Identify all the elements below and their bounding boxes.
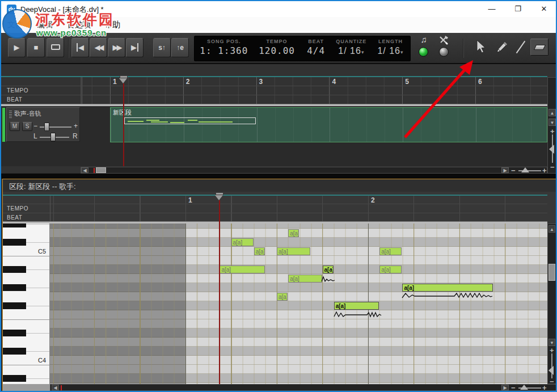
- black-key[interactable]: [3, 239, 26, 246]
- loop-icon: [51, 44, 60, 50]
- preview-note-bar: [151, 121, 168, 123]
- note-C5[interactable]: a[a]: [254, 247, 265, 255]
- key-label-C4: C4: [29, 357, 46, 364]
- v-zoom-thumb[interactable]: [548, 366, 554, 375]
- scroll-up-button[interactable]: ▲: [548, 225, 555, 233]
- black-key[interactable]: [3, 348, 26, 355]
- scroll-right-button[interactable]: ▶: [501, 385, 509, 390]
- volume-minus-label: −: [33, 122, 37, 130]
- watermark-site-url: www.pc0359.cn: [36, 28, 107, 37]
- quantize-display[interactable]: QUANTIZE 1/ 16▾: [332, 36, 371, 61]
- play-button[interactable]: ▶: [8, 38, 26, 57]
- h-zoom-thumb[interactable]: [521, 167, 529, 172]
- skip-to-start-button[interactable]: ◀: [71, 38, 89, 57]
- rewind-button[interactable]: ◀◀: [90, 38, 107, 57]
- loop-button[interactable]: [47, 38, 64, 57]
- set-start-marker-button[interactable]: s↑: [153, 38, 171, 57]
- piano-playhead-marker-tip[interactable]: [215, 195, 223, 200]
- v-zoom-out-button[interactable]: −: [550, 165, 555, 170]
- close-button[interactable]: ✕: [531, 1, 557, 17]
- piano-roll-grid[interactable]: a[a]a[a]a[a]a[a]a[a]a[a]a[a]a[a]a[a]a[a]…: [50, 224, 547, 384]
- note-A#4[interactable]: a[a]: [220, 265, 265, 273]
- zoom-out-button[interactable]: −: [511, 385, 516, 391]
- pan-slider-thumb[interactable]: [50, 133, 56, 141]
- v-scroll-thumb[interactable]: [548, 264, 555, 281]
- pencil-tool[interactable]: [495, 41, 508, 56]
- note-A4[interactable]: a[a]: [288, 275, 322, 283]
- beat-display: BEAT 4/4: [301, 36, 332, 61]
- length-label: LENGTH: [371, 39, 410, 44]
- scroll-down-button[interactable]: ▼: [548, 119, 556, 126]
- h-scroll-thumb[interactable]: [96, 167, 106, 173]
- v-zoom-out-button[interactable]: −: [550, 379, 554, 385]
- pitch-curve[interactable]: [322, 275, 335, 284]
- track-name[interactable]: 歌声-音轨: [14, 109, 41, 118]
- keys-footer: [3, 384, 50, 391]
- black-key[interactable]: [3, 266, 26, 273]
- quantize-dropdown-caret[interactable]: ▾: [361, 49, 365, 55]
- toolbar-separator-1: [68, 39, 69, 58]
- scroll-up-button[interactable]: ▲: [548, 109, 556, 116]
- note-A#4[interactable]: a[a]: [379, 265, 402, 273]
- track-header[interactable]: 歌声-音轨 M S − + L R: [6, 107, 80, 142]
- note-G4[interactable]: a[a]: [277, 293, 288, 301]
- scroll-left-button[interactable]: ◀: [52, 385, 59, 390]
- song-pos-value: 1: 1:360: [195, 45, 254, 56]
- line-tool[interactable]: [516, 41, 526, 53]
- ruler-divider: [81, 77, 81, 104]
- preview-note-bar: [170, 122, 184, 123]
- set-end-marker-button[interactable]: ↑e: [171, 38, 189, 57]
- note-F#4[interactable]: a[a]: [334, 302, 379, 310]
- zoom-in-button[interactable]: +: [542, 168, 547, 174]
- piano-v-scrollbar[interactable]: ▲ ▼ + −: [547, 224, 556, 384]
- beat-label: BEAT: [301, 39, 332, 44]
- zoom-out-button[interactable]: −: [511, 168, 516, 174]
- fast-forward-button[interactable]: ▶▶: [108, 38, 125, 57]
- grid-bar-line: [185, 224, 186, 384]
- pitch-curve[interactable]: [401, 290, 493, 300]
- piano-keyboard[interactable]: C5C4: [3, 224, 50, 384]
- v-zoom-in-button[interactable]: +: [550, 348, 554, 353]
- watermark-site-name: 河东软件园: [35, 10, 115, 29]
- piano-tempo-label: TEMPO: [7, 205, 28, 212]
- pitch-curve[interactable]: [334, 310, 382, 319]
- black-key[interactable]: [3, 330, 26, 336]
- scroll-right-button[interactable]: ▶: [501, 167, 509, 173]
- note-D5[interactable]: a[a]: [288, 229, 299, 237]
- black-key[interactable]: [3, 302, 26, 309]
- note-A#4[interactable]: a[a]: [323, 265, 334, 273]
- solo-button[interactable]: S: [22, 122, 32, 131]
- h-zoom-thumb[interactable]: [520, 385, 528, 390]
- maximize-button[interactable]: ❐: [505, 1, 531, 17]
- scroll-left-button[interactable]: ◀: [81, 167, 88, 173]
- zoom-in-button[interactable]: +: [542, 385, 547, 391]
- song-position-display: SONG POS. 1: 1:360: [195, 36, 254, 61]
- eraser-tool-selected[interactable]: [530, 39, 548, 56]
- piano-h-scrollbar[interactable]: ◀ ▶ − +: [50, 384, 556, 391]
- region-note-preview: [124, 117, 256, 124]
- v-zoom-in-button[interactable]: +: [550, 129, 555, 134]
- v-zoom-thumb[interactable]: [549, 145, 554, 154]
- black-key[interactable]: [3, 224, 26, 227]
- mute-button[interactable]: M: [10, 122, 20, 131]
- track-h-scrollbar[interactable]: ◀ ▶ − +: [81, 167, 547, 174]
- skip-to-end-button[interactable]: ▶: [126, 38, 144, 57]
- piano-ruler-grid[interactable]: [50, 196, 547, 221]
- note-C#5[interactable]: a[a]: [231, 238, 254, 246]
- scroll-down-button[interactable]: ▼: [548, 339, 555, 346]
- black-key[interactable]: [3, 284, 26, 291]
- black-key[interactable]: [3, 375, 26, 382]
- volume-slider-thumb[interactable]: [44, 123, 49, 131]
- drag-grip-icon[interactable]: [9, 111, 12, 118]
- minimize-button[interactable]: —: [479, 1, 505, 17]
- track-bar-number: 2: [186, 78, 190, 86]
- stop-button[interactable]: ■: [27, 38, 45, 57]
- quantize-value[interactable]: 1/ 16▾: [332, 45, 371, 56]
- track-v-scrollbar[interactable]: ▲ ▼ + −: [547, 77, 557, 174]
- key-separator: [26, 242, 50, 243]
- note-C5[interactable]: a[a]: [379, 247, 402, 255]
- white-key-separator: [3, 256, 50, 256]
- track-playhead-marker-tip[interactable]: [119, 78, 127, 83]
- note-mode-icon: ♫: [416, 35, 432, 44]
- note-C5[interactable]: a[a]: [277, 247, 310, 255]
